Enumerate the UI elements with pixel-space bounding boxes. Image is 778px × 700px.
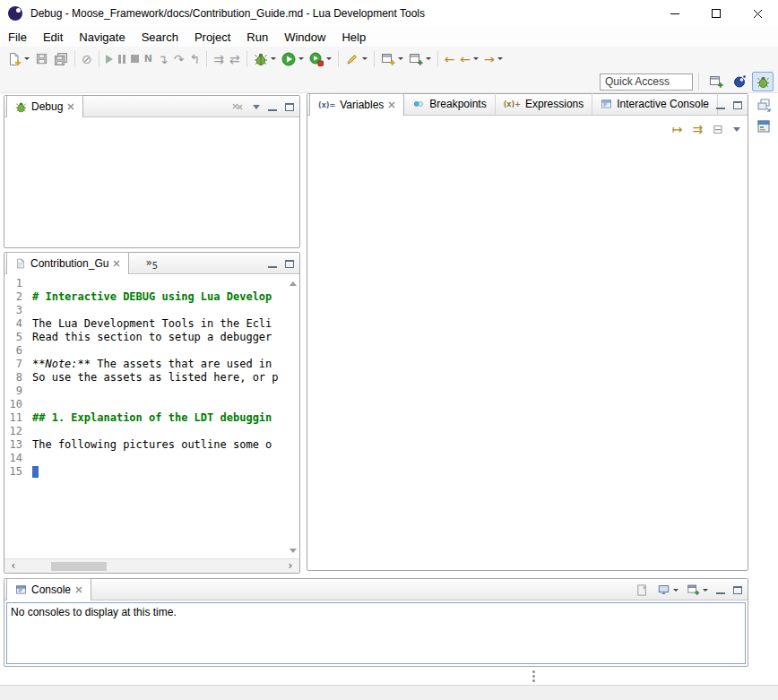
- tab-breakpoints[interactable]: Breakpoints: [404, 93, 495, 115]
- minimize-view-icon[interactable]: [268, 109, 277, 111]
- code-line[interactable]: 11## 1. Explanation of the LDT debuggin: [4, 411, 288, 425]
- tab-contribution-guide[interactable]: Contribution_Gu: [6, 252, 129, 274]
- code-line[interactable]: 8So use the assets as listed here, or p: [4, 371, 288, 385]
- menu-window[interactable]: Window: [276, 29, 333, 46]
- code-line[interactable]: 9: [4, 385, 288, 398]
- minimize-view-icon[interactable]: [716, 108, 725, 109]
- step-return-button[interactable]: ↰: [187, 49, 202, 69]
- run-button[interactable]: [280, 49, 306, 69]
- menu-search[interactable]: Search: [134, 29, 186, 46]
- open-perspective-button[interactable]: [705, 72, 727, 91]
- new-wizard-button[interactable]: [379, 49, 405, 69]
- close-tab-icon[interactable]: [75, 586, 82, 593]
- tab-interactive-console[interactable]: Interactive Console: [592, 93, 718, 115]
- show-logical-structure-icon[interactable]: ↦: [672, 122, 683, 136]
- minimize-button[interactable]: [654, 0, 696, 27]
- scroll-left-icon[interactable]: ‹: [6, 559, 21, 573]
- scroll-right-icon[interactable]: ›: [283, 559, 298, 573]
- lua-perspective-button[interactable]: [729, 72, 750, 91]
- use-step-filters-button[interactable]: ⇉: [212, 49, 226, 69]
- tab-debug[interactable]: Debug: [6, 95, 83, 117]
- console-content[interactable]: No consoles to display at this time.: [6, 602, 746, 664]
- close-button[interactable]: [737, 0, 778, 27]
- remove-terminated-icon[interactable]: [230, 99, 245, 114]
- back-button[interactable]: ←: [458, 49, 480, 69]
- menu-edit[interactable]: Edit: [35, 29, 71, 46]
- code-line[interactable]: 7**Note:** The assets that are used in: [4, 358, 288, 371]
- search-button[interactable]: [343, 49, 369, 69]
- menu-help[interactable]: Help: [333, 29, 374, 46]
- minimize-view-icon[interactable]: [268, 266, 277, 268]
- open-console-button[interactable]: [687, 580, 708, 600]
- code-line[interactable]: 2# Interactive DEBUG using Lua Develop: [4, 290, 288, 304]
- code-line[interactable]: 4The Lua Development Tools in the Ecli: [4, 317, 288, 331]
- maximize-view-icon[interactable]: [285, 260, 294, 268]
- save-button[interactable]: [33, 49, 50, 69]
- last-edit-location-button[interactable]: ←: [443, 49, 457, 69]
- code-area[interactable]: 1 2# Interactive DEBUG using Lua Develop…: [4, 277, 288, 479]
- collapse-all-icon[interactable]: ⊟: [713, 122, 723, 136]
- debug-view-content[interactable]: [4, 117, 299, 248]
- code-line[interactable]: 10: [4, 398, 288, 411]
- resume-button[interactable]: [104, 49, 115, 69]
- pause-button[interactable]: [117, 49, 127, 69]
- step-into-button[interactable]: ↴: [156, 49, 170, 69]
- debug-button[interactable]: [252, 49, 278, 69]
- code-line[interactable]: 6: [4, 344, 288, 358]
- stop-button[interactable]: [129, 49, 141, 69]
- save-all-button[interactable]: [52, 49, 70, 69]
- maximize-button[interactable]: [696, 0, 737, 27]
- tab-expressions[interactable]: (x)+ Expressions: [496, 93, 593, 115]
- code-line[interactable]: 14: [4, 452, 288, 465]
- close-tab-icon[interactable]: [388, 101, 395, 108]
- open-wizard-button[interactable]: [407, 49, 433, 69]
- new-button[interactable]: [5, 49, 31, 69]
- code-line[interactable]: 1: [4, 277, 288, 290]
- view-menu-icon[interactable]: [253, 105, 260, 109]
- minimize-view-icon[interactable]: [716, 592, 725, 594]
- tab-console[interactable]: Console: [6, 578, 91, 601]
- profile-button[interactable]: [307, 49, 333, 69]
- line-number: 13: [4, 438, 32, 452]
- menu-run[interactable]: Run: [238, 29, 276, 46]
- tab-label: Breakpoints: [429, 98, 486, 110]
- code-line[interactable]: 15: [4, 465, 288, 479]
- disconnect-button[interactable]: N: [143, 49, 154, 69]
- watch-expression-icon[interactable]: ⇉: [693, 122, 704, 136]
- minimized-view-button[interactable]: [754, 117, 775, 136]
- code-line[interactable]: 13The following pictures outline some o: [4, 438, 288, 452]
- horizontal-scrollbar[interactable]: ‹ ›: [4, 558, 299, 573]
- maximize-view-icon[interactable]: [285, 103, 294, 111]
- close-tab-icon[interactable]: [67, 103, 74, 110]
- pin-console-icon[interactable]: [635, 583, 649, 597]
- quick-access-input[interactable]: Quick Access: [600, 73, 693, 91]
- code-line[interactable]: 12: [4, 425, 288, 438]
- code-line[interactable]: 5Read this section to setup a debugger: [4, 331, 288, 344]
- menu-project[interactable]: Project: [186, 29, 238, 46]
- skip-all-breakpoints-button[interactable]: ⊘: [80, 49, 94, 69]
- maximize-view-icon[interactable]: [733, 586, 742, 594]
- forward-button[interactable]: →: [482, 49, 505, 69]
- scroll-down-icon[interactable]: [290, 549, 297, 553]
- scrollbar-thumb[interactable]: [51, 562, 107, 571]
- maximize-view-icon[interactable]: [733, 101, 742, 109]
- display-selected-console-button[interactable]: [657, 580, 679, 600]
- view-menu-icon[interactable]: [733, 127, 740, 132]
- main-toolbar: ⊘ N ↴ ↷ ↰ ⇉ ⇄: [0, 47, 778, 71]
- variables-content[interactable]: [307, 116, 748, 570]
- tab-label: Debug: [31, 100, 63, 113]
- tab-variables[interactable]: (x)= Variables: [309, 93, 404, 116]
- editor-content[interactable]: 1 2# Interactive DEBUG using Lua Develop…: [4, 274, 299, 573]
- code-line[interactable]: 3: [4, 304, 288, 317]
- close-tab-icon[interactable]: [113, 260, 120, 267]
- drop-to-frame-button[interactable]: ⇄: [228, 49, 242, 69]
- menu-file[interactable]: File: [0, 29, 35, 46]
- step-over-button[interactable]: ↷: [172, 49, 186, 69]
- menu-navigate[interactable]: Navigate: [71, 29, 133, 46]
- sash-handle[interactable]: [532, 670, 535, 673]
- restore-view-stack-button[interactable]: [754, 95, 775, 115]
- scroll-up-icon[interactable]: [290, 281, 297, 286]
- debug-perspective-button[interactable]: [752, 72, 774, 91]
- hidden-editors-chevron[interactable]: »5: [145, 256, 158, 273]
- line-number: 11: [4, 411, 32, 425]
